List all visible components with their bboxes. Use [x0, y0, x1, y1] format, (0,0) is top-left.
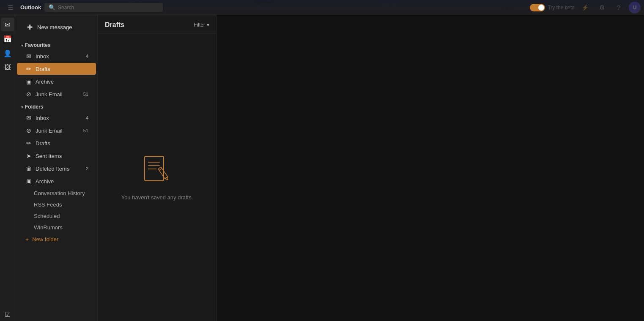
fold-archive-item[interactable]: ▣ Archive [17, 175, 96, 187]
new-message-label: New message [37, 24, 72, 30]
search-input[interactable] [58, 5, 159, 11]
compose-icon: ✚ [25, 23, 34, 31]
sub-conv-history-item[interactable]: Conversation History [17, 188, 96, 199]
fold-inbox-item[interactable]: ✉ Inbox 4 [17, 112, 96, 124]
drafts-pencil-icon: ✏ [25, 65, 32, 72]
fold-sent-label: Sent Items [36, 153, 90, 159]
fold-inbox-label: Inbox [36, 115, 81, 121]
diagnostics-button[interactable]: ⚡ [578, 1, 592, 14]
beta-label: Try the beta [548, 5, 575, 11]
search-icon: 🔍 [49, 4, 55, 11]
new-message-button[interactable]: ✚ New message [20, 19, 93, 35]
filter-chevron-icon: ▾ [207, 22, 209, 28]
beta-toggle-container: Try the beta [530, 4, 575, 11]
sub-conv-history-label: Conversation History [34, 190, 90, 196]
favourites-chevron: ▾ [21, 43, 23, 48]
fold-drafts-label: Drafts [36, 140, 90, 147]
hamburger-icon: ☰ [8, 4, 13, 11]
folders-chevron: ▾ [21, 105, 23, 109]
nav-calendar-button[interactable]: 📅 [1, 32, 14, 46]
fold-junk-label: Junk Email [36, 128, 78, 134]
folders-section-header[interactable]: ▾ Folders [15, 101, 98, 112]
hamburger-menu-button[interactable]: ☰ [3, 1, 17, 14]
fav-inbox-label: Inbox [36, 53, 81, 60]
svg-point-1 [261, 1, 264, 4]
calendar-icon: 📅 [3, 35, 12, 43]
mail-icon: ✉ [5, 21, 10, 29]
fold-inbox-badge: 4 [84, 115, 90, 121]
fav-inbox-item[interactable]: ✉ Inbox 4 [17, 50, 96, 62]
empty-drafts-icon [140, 153, 174, 187]
fold-junk-item[interactable]: ⊘ Junk Email 51 [17, 125, 96, 136]
topbar: ☰ Outlook 🔍 Try the beta ⚡ ⚙ ? U [0, 0, 644, 15]
empty-state-text: You haven't saved any drafts. [121, 193, 193, 202]
nav-people-button[interactable]: 👤 [1, 46, 14, 60]
diagnostics-icon: ⚡ [581, 4, 589, 11]
deleted-icon: 🗑 [25, 165, 32, 172]
fold-archive-label: Archive [36, 178, 90, 185]
new-folder-button[interactable]: + New folder [17, 234, 96, 245]
drafts-panel: Drafts Filter ▾ Yo [98, 15, 216, 321]
help-button[interactable]: ? [612, 1, 625, 14]
fold-sent-item[interactable]: ➤ Sent Items [17, 150, 96, 162]
empty-state: You haven't saved any drafts. [98, 33, 216, 321]
svg-line-8 [159, 168, 162, 170]
app-name-label: Outlook [20, 4, 41, 11]
fav-junk-label: Junk Email [36, 91, 78, 98]
sub-rss-feeds-item[interactable]: RSS Feeds [17, 199, 96, 210]
sub-winrumors-label: WinRumors [34, 224, 90, 231]
help-icon: ? [617, 4, 620, 11]
fav-archive-label: Archive [36, 79, 90, 85]
beta-toggle-switch[interactable] [530, 4, 545, 11]
gear-icon: ⚙ [599, 4, 605, 11]
sent-icon: ➤ [25, 152, 32, 159]
content-header: Drafts Filter ▾ [98, 15, 216, 33]
fold-junk-badge: 51 [82, 128, 90, 133]
reading-pane [216, 15, 644, 321]
fold-deleted-label: Deleted Items [36, 166, 81, 172]
nav-todo-button[interactable]: ☑ [1, 307, 14, 321]
todo-icon: ☑ [5, 310, 11, 318]
content-title: Drafts [105, 21, 124, 29]
fav-junk-item[interactable]: ⊘ Junk Email 51 [17, 88, 96, 100]
archive-icon: ▣ [25, 78, 32, 85]
fold-drafts-icon: ✏ [25, 140, 32, 147]
fold-deleted-item[interactable]: 🗑 Deleted Items 2 [17, 163, 96, 174]
fold-inbox-icon: ✉ [25, 114, 32, 121]
fav-inbox-badge: 4 [84, 53, 90, 59]
filter-button[interactable]: Filter ▾ [194, 22, 209, 28]
fav-drafts-item[interactable]: ✏ Drafts [17, 63, 96, 75]
nav-photos-button[interactable]: 🖼 [1, 61, 14, 74]
sub-winrumors-item[interactable]: WinRumors [17, 222, 96, 233]
folders-label: Folders [25, 104, 43, 110]
fav-junk-badge: 51 [82, 91, 90, 97]
svg-rect-3 [145, 156, 164, 181]
inbox-icon: ✉ [25, 53, 32, 60]
svg-rect-7 [158, 167, 168, 179]
fav-drafts-label: Drafts [36, 66, 90, 72]
fold-deleted-badge: 2 [84, 166, 90, 171]
icon-sidebar: ✉ 📅 👤 🖼 ☑ [0, 15, 15, 321]
junk-icon: ⊘ [25, 91, 32, 98]
settings-button[interactable]: ⚙ [595, 1, 608, 14]
filter-label: Filter [194, 22, 205, 28]
fold-drafts-item[interactable]: ✏ Drafts [17, 137, 96, 149]
people-icon: 👤 [3, 49, 12, 57]
sub-scheduled-item[interactable]: Scheduled [17, 211, 96, 221]
favourites-label: Favourites [25, 42, 51, 48]
folder-sidebar: ✚ New message ▾ Favourites ✉ Inbox 4 ✏ D… [15, 15, 98, 321]
sub-scheduled-label: Scheduled [34, 213, 90, 219]
fav-archive-item[interactable]: ▣ Archive [17, 76, 96, 87]
svg-point-2 [386, 3, 389, 5]
main-area: ✉ 📅 👤 🖼 ☑ ✚ New message ▾ Favourites ✉ I… [0, 15, 644, 321]
fold-archive-icon: ▣ [25, 178, 32, 185]
account-avatar[interactable]: U [629, 2, 641, 14]
new-folder-label: New folder [32, 236, 58, 242]
nav-mail-button[interactable]: ✉ [1, 18, 14, 31]
new-folder-icon: + [25, 236, 29, 242]
favourites-section-header[interactable]: ▾ Favourites [15, 39, 98, 50]
search-bar: 🔍 [44, 3, 163, 12]
photos-icon: 🖼 [4, 64, 11, 71]
fold-junk-icon: ⊘ [25, 127, 32, 134]
sub-rss-feeds-label: RSS Feeds [34, 201, 90, 208]
